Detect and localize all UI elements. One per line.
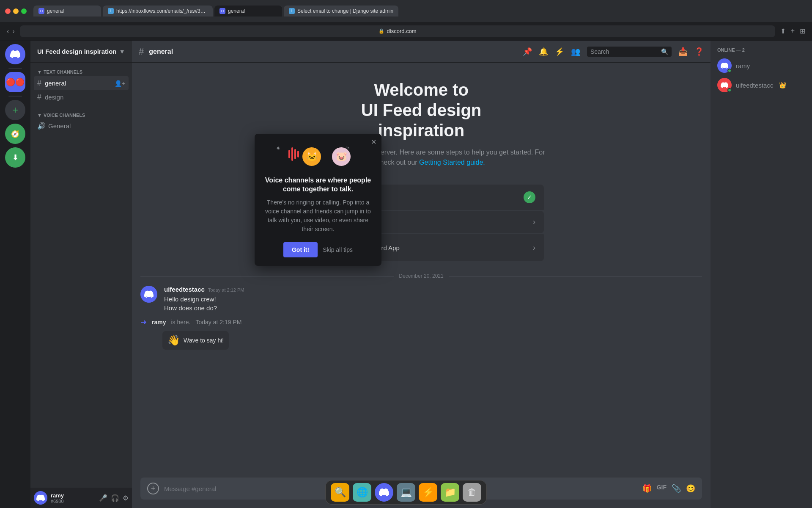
welcome-title: Welcome toUI Feed designinspiration — [361, 80, 482, 141]
server-name: UI Feed design inspiration — [37, 48, 117, 55]
pins-icon[interactable]: 📌 — [523, 47, 532, 56]
member-item-ramy[interactable]: ramy — [714, 56, 809, 75]
boost-icon[interactable]: ⚡ — [555, 47, 564, 56]
inbox-icon[interactable]: 📥 — [678, 47, 688, 56]
browser-tab-4[interactable]: i Select email to change | Django site a… — [284, 6, 398, 17]
settings-icon[interactable]: ⚙ — [123, 494, 129, 502]
date-line-right — [449, 276, 702, 276]
getting-started-link[interactable]: Getting Started guide. — [419, 159, 485, 166]
system-message-time: Today at 2:19 PM — [195, 319, 241, 326]
channel-header-name: general — [149, 48, 173, 55]
got-it-button[interactable]: Got it! — [283, 242, 318, 257]
message-time-uifeed: Today at 2:12 PM — [208, 287, 244, 293]
message-group-uifeed: uifeedtestacc Today at 2:12 PM Hello des… — [132, 282, 710, 316]
browser-tab-2[interactable]: i https://inboxflows.com/emails/_/raw/33… — [103, 6, 213, 17]
header-icons: 📌 🔔 ⚡ 👥 Search 🔍 📥 ❓ — [523, 47, 704, 57]
server-icon-explore[interactable]: 🧭 — [5, 124, 25, 144]
dock-finder[interactable]: 🔍 — [331, 483, 349, 502]
back-button[interactable]: ‹ — [7, 28, 9, 35]
wave-bar-2 — [291, 147, 293, 161]
notifications-icon[interactable]: 🔔 — [539, 47, 548, 56]
dock-terminal[interactable]: 💻 — [397, 483, 415, 502]
channel-hash-icon-2: # — [37, 93, 41, 102]
server-icon-uifeed[interactable]: 🔴🔴 — [5, 72, 25, 92]
channel-item-general[interactable]: # general 👤+ — [34, 76, 129, 90]
username-display: ramy — [51, 492, 96, 499]
server-divider — [8, 68, 22, 69]
mute-icon[interactable]: 🎤 — [99, 494, 107, 502]
info-tab-icon-4: i — [289, 8, 295, 14]
discord-app: 🔴🔴 + 🧭 ⬇ UI Feed design inspiration ▼ ▼ … — [0, 41, 812, 508]
search-icon: 🔍 — [661, 48, 668, 55]
system-message-text: is here. — [171, 319, 190, 326]
address-bar[interactable]: 🔒 discord.com — [20, 25, 775, 37]
tooltip-buttons: Got it! Skip all tips — [263, 242, 373, 257]
members-icon[interactable]: 👥 — [571, 47, 580, 56]
tooltip-title: Voice channels are where people come tog… — [263, 176, 373, 194]
deco-dots-3: ⁕ — [276, 145, 281, 152]
add-attachment-button[interactable]: + — [147, 483, 159, 494]
url-text: discord.com — [387, 28, 417, 34]
channel-item-design[interactable]: # design — [34, 90, 129, 104]
header-search[interactable]: Search 🔍 — [587, 47, 672, 57]
online-dot-ramy — [727, 69, 732, 73]
channel-header-hash-icon: # — [139, 46, 144, 57]
forward-button[interactable]: › — [12, 28, 14, 35]
minimize-button[interactable] — [13, 8, 19, 14]
server-icon-download[interactable]: ⬇ — [5, 147, 25, 168]
wave-sticker-container: 👋 Wave to say hi! — [132, 329, 710, 356]
online-section-label: ONLINE — 2 — [714, 47, 809, 52]
member-item-uifeed[interactable]: uifeedtestacc 👑 — [714, 75, 809, 95]
date-line-left — [140, 276, 394, 276]
online-dot-uifeed — [727, 88, 732, 92]
message-header-uifeed: uifeedtestacc Today at 2:12 PM — [164, 286, 702, 293]
deafen-icon[interactable]: 🎧 — [111, 494, 119, 502]
traffic-lights — [5, 8, 27, 14]
main-content: # general 📌 🔔 ⚡ 👥 Search 🔍 📥 ❓ Welcome t… — [132, 41, 710, 508]
system-message-author: ramy — [152, 319, 166, 326]
help-icon[interactable]: ❓ — [694, 47, 704, 56]
emoji-icon[interactable]: 😊 — [686, 484, 695, 493]
tabs-grid-icon[interactable]: ⊞ — [800, 27, 805, 35]
dock-trash[interactable]: 🗑 — [463, 483, 481, 502]
tab-label-3: general — [228, 8, 245, 14]
wave-bar-4 — [297, 151, 299, 157]
wave-emoji-icon: 👋 — [167, 334, 180, 346]
gif-icon[interactable]: GIF — [657, 484, 667, 493]
tab-label-2: https://inboxflows.com/emails/_/raw/33f6… — [116, 8, 208, 14]
dock-chrome[interactable]: 🌐 — [353, 483, 371, 502]
dock-files[interactable]: 📁 — [441, 483, 459, 502]
text-channels-section: ▼ TEXT CHANNELS # general 👤+ # design — [30, 63, 132, 106]
sidebar-footer: ramy #6980 🎤 🎧 ⚙ — [30, 488, 132, 508]
fullscreen-button[interactable] — [21, 8, 27, 14]
share-icon[interactable]: ⬆ — [780, 27, 786, 35]
sticker-icon[interactable]: 📎 — [672, 484, 681, 493]
server-header[interactable]: UI Feed design inspiration ▼ — [30, 41, 132, 63]
nav-right-icons: ⬆ + ⊞ — [780, 27, 805, 35]
skip-tips-button[interactable]: Skip all tips — [323, 246, 353, 253]
tab-label-1: general — [47, 8, 64, 14]
wave-sticker: 👋 Wave to say hi! — [162, 331, 229, 350]
voice-channel-name: General — [48, 122, 71, 130]
server-divider-2 — [8, 96, 22, 97]
browser-tab-1[interactable]: D general — [33, 6, 101, 17]
channel-item-voice-general[interactable]: 🔊 General — [34, 119, 129, 133]
footer-icons: 🎤 🎧 ⚙ — [99, 494, 129, 502]
invite-check-icon: ✓ — [524, 191, 535, 203]
voice-collapse-arrow: ▼ — [37, 113, 42, 118]
dock-discord[interactable] — [375, 483, 393, 502]
dock-bolt[interactable]: ⚡ — [419, 483, 437, 502]
gift-icon[interactable]: 🎁 — [642, 484, 652, 493]
add-member-icon[interactable]: 👤+ — [115, 80, 125, 87]
text-channels-label[interactable]: ▼ TEXT CHANNELS — [34, 69, 129, 75]
home-button[interactable] — [5, 44, 25, 64]
voice-channels-label[interactable]: ▼ VOICE CHANNELS — [34, 113, 129, 118]
new-tab-icon[interactable]: + — [791, 27, 795, 35]
browser-tab-3[interactable]: D general — [214, 6, 282, 17]
close-button[interactable] — [5, 8, 11, 14]
tooltip-description: There's no ringing or calling. Pop into … — [263, 198, 373, 234]
tab-label-4: Select email to change | Django site adm… — [297, 8, 393, 14]
input-icons: 🎁 GIF 📎 😊 — [642, 484, 695, 493]
server-icon-add[interactable]: + — [5, 100, 25, 120]
channel-name-general: general — [45, 80, 66, 87]
